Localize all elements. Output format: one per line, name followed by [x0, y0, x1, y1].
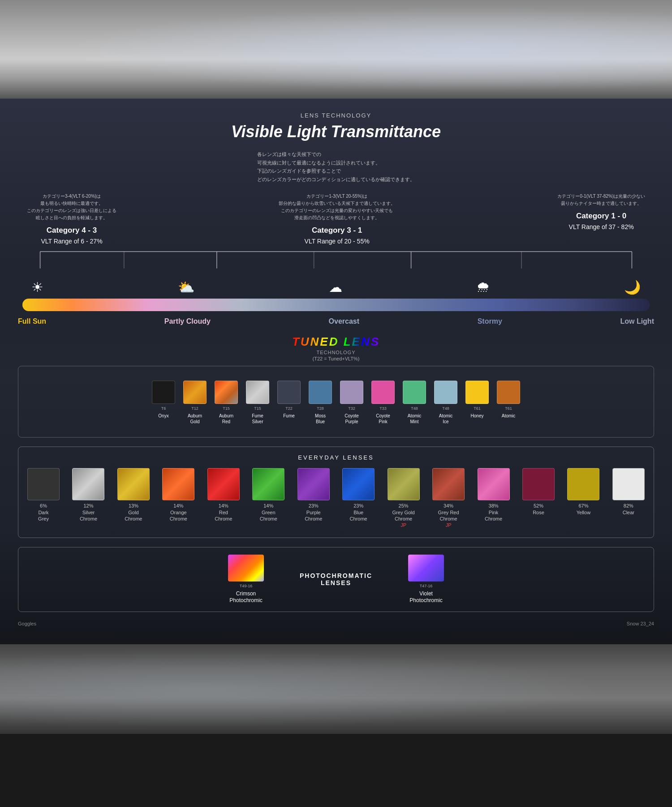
- stormy-icon: 🌨: [476, 280, 490, 295]
- photochromatic-title: PHOTOCHROMATICLENSES: [300, 572, 372, 586]
- category-4-3: カテゴリー3-4(VLT 6-20%)は最も明るい快晴時に最適です。このカテゴリ…: [27, 193, 116, 247]
- everyday-green-chrome: 14%GreenChrome: [252, 468, 284, 522]
- lens-t12-auburn-gold: T12 AuburnGold: [183, 381, 207, 425]
- tuned-lens-subtitle: TECHNOLOGY: [18, 350, 654, 355]
- everyday-lenses-title: EVERYDAY LENSES: [27, 454, 645, 461]
- photochromatic-t49: T49-16 CrimsonPhotochromic: [228, 555, 264, 604]
- everyday-yellow: 67%Yellow: [567, 468, 599, 516]
- bottom-background: [0, 644, 672, 734]
- full-sun-icon: ☀: [31, 279, 43, 295]
- lens-t32-coyote-purple: T32 CoyotePurple: [340, 381, 363, 425]
- footer-right: Snow 23_24: [627, 621, 654, 626]
- low-light-label: Low Light: [620, 317, 654, 325]
- lens-t61-atomic: T61 Atomic: [497, 381, 520, 419]
- everyday-orange-chrome: 14%OrangeChrome: [162, 468, 194, 522]
- lens-t28-moss-blue: T28 MossBlue: [309, 381, 332, 425]
- everyday-silver-chrome: 12%SilverChrome: [72, 468, 104, 522]
- everyday-pink-chrome: 38%PinkChrome: [478, 468, 510, 522]
- lens-t48-atomic-ice: T48 AtomicIce: [434, 381, 457, 425]
- everyday-purple-chrome: 23%PurpleChrome: [297, 468, 330, 522]
- category-3-1: カテゴリー1-3(VLT 20-55%)は部分的な曇りから吹雪いている天候下まで…: [279, 193, 395, 247]
- photochromatic-t47: T47-16 VioletPhotochromic: [408, 555, 444, 604]
- tuned-lens-logo: TUNED LENS: [292, 335, 380, 349]
- low-light-icon: 🌙: [624, 279, 641, 295]
- lens-t15-fume-silver: T15 FumeSilver: [246, 381, 269, 425]
- overcast-icon: ☁: [329, 279, 342, 295]
- lens-t22-fume: T22 Fume: [277, 381, 301, 419]
- overcast-label: Overcast: [329, 317, 360, 325]
- everyday-dark-grey: 6%DarkGrey: [27, 468, 60, 522]
- lens-t15-auburn-red: T15 AuburnRed: [215, 381, 238, 425]
- vlt-gradient-bar: [22, 299, 650, 311]
- main-title: Visible Light Transmittance: [18, 122, 654, 141]
- everyday-gold-chrome: 13%GoldChrome: [117, 468, 150, 522]
- lens-t33-coyote-pink: T33 CoyotePink: [371, 381, 395, 425]
- stormy-label: Stormy: [478, 317, 502, 325]
- lens-tech-label: LENS TECHNOLOGY: [18, 112, 654, 119]
- footer-left: Goggles: [18, 621, 36, 626]
- everyday-rose: 52%Rose: [522, 468, 555, 516]
- partly-cloudy-label: Partly Cloudy: [164, 317, 211, 325]
- tuned-formula: (T22 = Tuned+VLT%): [18, 356, 654, 361]
- category-1-0: カテゴリー0-1(VLT 37-82%)は光量の少ない曇りからナイター時まで適し…: [557, 193, 645, 247]
- jp-description: 各レンズは様々な天候下での可視光線に対して最適になるように設計されています。下記…: [257, 150, 415, 184]
- everyday-clear: 82%Clear: [612, 468, 645, 516]
- top-background: [0, 0, 672, 99]
- main-section: LENS TECHNOLOGY Visible Light Transmitta…: [0, 99, 672, 644]
- partly-cloudy-icon: ⛅: [178, 279, 194, 295]
- everyday-red-chrome: 14%RedChrome: [207, 468, 240, 522]
- lens-t48-atomic-mint: T48 AtomicMint: [403, 381, 426, 425]
- lens-t61-honey: T61 Honey: [465, 381, 489, 419]
- everyday-grey-red-chrome: 34%Grey RedChromeJP: [432, 468, 465, 528]
- vlt-bracket-svg: [27, 251, 645, 273]
- full-sun-label: Full Sun: [18, 317, 46, 325]
- everyday-blue-chrome: 23%BlueChrome: [342, 468, 375, 522]
- everyday-grey-gold-chrome: 25%Grey GoldChromeJP: [388, 468, 420, 528]
- lens-t6-onyx: T6 Onyx: [152, 381, 175, 419]
